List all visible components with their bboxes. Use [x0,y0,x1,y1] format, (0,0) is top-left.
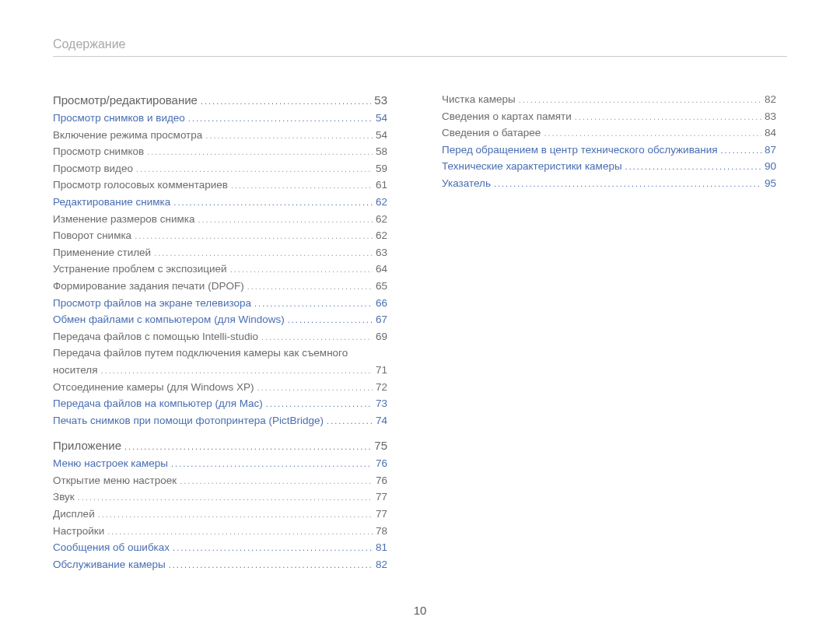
toc-leader [188,110,373,127]
toc-label: Чистка камеры [442,91,516,108]
toc-label: Передача файлов на компьютер (для Mac) [53,395,263,412]
toc-label: Сведения о батарее [442,124,541,142]
toc-label: Дисплей [53,506,95,523]
toc-page: 76 [376,472,387,489]
toc-entry: Открытие меню настроек76 [53,472,387,489]
toc-page: 90 [765,158,776,175]
toc-leader [180,472,373,489]
toc-label: Просмотр/редактирование [53,91,198,110]
toc-page: 73 [376,395,387,412]
toc-page: 64 [376,261,387,278]
toc-label: Просмотр снимков [53,143,144,160]
toc-page: 83 [765,108,776,125]
toc-entry: Сведения о батарее84 [442,124,776,142]
toc-entry[interactable]: Передача файлов на компьютер (для Mac)73 [53,395,387,412]
toc-leader [101,362,373,379]
toc-page: 72 [376,379,387,396]
toc-page: 54 [376,110,387,127]
toc-page: 74 [376,412,387,429]
toc-leader [625,158,761,175]
toc-entry: Дисплей77 [53,506,387,523]
toc-entry: Чистка камеры82 [442,91,776,108]
page-header: Содержание [53,37,787,57]
toc-entry[interactable]: Печать снимков при помощи фотопринтера (… [53,412,387,429]
toc-leader [154,244,373,261]
toc-label: Изменение размеров снимка [53,211,194,228]
toc-label: Перед обращением в центр технического об… [442,142,717,159]
toc-label: Сведения о картах памяти [442,108,572,125]
toc-page: 82 [765,91,776,108]
toc-leader [494,175,761,192]
toc-page: 87 [765,142,776,159]
toc-column-right: Чистка камеры82Сведения о картах памяти8… [442,91,776,573]
toc-leader [135,227,373,244]
toc-label: Поворот снимка [53,227,131,244]
toc-page: 53 [374,91,387,110]
toc-entry[interactable]: Сообщения об ошибках81 [53,539,387,556]
toc-page: 84 [765,124,776,142]
toc-page: 62 [376,194,387,211]
toc-label: Меню настроек камеры [53,455,168,472]
toc-entry[interactable]: Редактирование снимка62 [53,194,387,211]
toc-leader [575,108,761,125]
toc-page: 69 [376,328,387,345]
toc-page: 77 [376,506,387,523]
toc-label: Печать снимков при помощи фотопринтера (… [53,412,324,429]
toc-entry[interactable]: Указатель95 [442,175,776,192]
toc-label: Просмотр видео [53,160,133,177]
toc-label: Устранение проблем с экспозицией [53,261,227,278]
toc-page: 59 [376,160,387,177]
toc-entry[interactable]: Перед обращением в центр технического об… [442,142,776,159]
toc-page: 66 [376,295,387,312]
toc-columns: Просмотр/редактирование53Просмотр снимко… [53,91,787,573]
toc-page: 63 [376,244,387,261]
toc-entry[interactable]: Обслуживание камеры82 [53,556,387,573]
toc-entry[interactable]: Просмотр снимков и видео54 [53,110,387,127]
toc-entry-line2: носителя71 [53,362,387,379]
toc-page: 58 [376,143,387,160]
toc-leader [147,143,373,160]
toc-label: Обслуживание камеры [53,556,166,573]
toc-label: Формирование задания печати (DPOF) [53,278,244,295]
toc-leader [98,506,373,523]
toc-label: Передача файлов с помощью Intelli-studio [53,328,258,345]
toc-page: 76 [376,455,387,472]
toc-entry: Звук77 [53,489,387,506]
toc-column-left: Просмотр/редактирование53Просмотр снимко… [53,91,387,573]
toc-leader [169,556,373,573]
toc-leader [173,539,373,556]
toc-entry: Просмотр снимков58 [53,143,387,160]
toc-page: 61 [376,177,387,194]
toc-entry[interactable]: Просмотр файлов на экране телевизора66 [53,295,387,312]
toc-entry: Настройки78 [53,523,387,540]
toc-label: Просмотр голосовых комментариев [53,177,228,194]
toc-label: Отсоединение камеры (для Windows XP) [53,379,254,396]
toc-entry[interactable]: Технические характеристики камеры90 [442,158,776,175]
toc-page: 62 [376,211,387,228]
toc-page: 65 [376,278,387,295]
toc-leader [124,436,371,455]
toc-entry: Включение режима просмотра54 [53,127,387,144]
toc-entry: Сведения о картах памяти83 [442,108,776,125]
toc-page: 62 [376,227,387,244]
toc-entry-line1: Передача файлов путем подключения камеры… [53,345,387,362]
toc-label: Применение стилей [53,244,151,261]
toc-page: 71 [376,362,387,379]
toc-leader [519,91,761,108]
toc-leader [198,211,373,228]
toc-page: 82 [376,556,387,573]
toc-entry: Формирование задания печати (DPOF)65 [53,278,387,295]
toc-leader [247,278,373,295]
toc-page: 75 [374,436,387,455]
toc-leader [544,124,761,142]
toc-page: 67 [376,311,387,328]
toc-leader [257,379,373,396]
toc-leader [205,127,373,144]
toc-entry: Просмотр видео59 [53,160,387,177]
toc-leader [254,295,373,312]
toc-entry[interactable]: Обмен файлами с компьютером (для Windows… [53,311,387,328]
toc-leader [171,455,373,472]
toc-entry[interactable]: Меню настроек камеры76 [53,455,387,472]
toc-entry: Поворот снимка62 [53,227,387,244]
toc-label: Приложение [53,436,121,455]
